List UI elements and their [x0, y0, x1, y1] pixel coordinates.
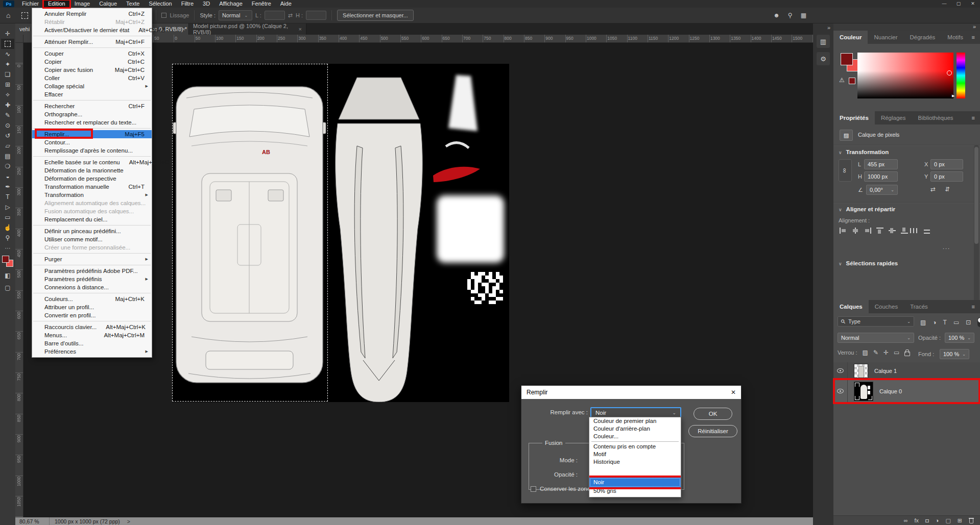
transform-section-header[interactable]: ∨Transformation [839, 149, 889, 155]
fill-field[interactable]: 100 %⌄ [940, 349, 969, 359]
layer-row-calque-1[interactable]: Calque 1 [833, 362, 980, 380]
tab-reglages[interactable]: Réglages [875, 111, 912, 124]
edit-menu-item-echelle-basee-sur-le-contenu[interactable]: Echelle basée sur le contenuAlt+Maj+Ctrl… [32, 158, 152, 166]
edit-menu-item-activer-desactiver-le-dernier-etat[interactable]: Activer/Désactiver le dernier étatAlt+Ct… [32, 26, 152, 34]
tab-bibliotheques[interactable]: Bibliothèques [912, 111, 959, 124]
x-field[interactable]: 0 px [930, 159, 963, 169]
edit-menu-item-couper[interactable]: CouperCtrl+X [32, 49, 152, 58]
close-icon[interactable]: ✕ [731, 389, 736, 396]
fill-option-50-gris[interactable]: 50% gris [589, 487, 681, 495]
lock-pixels-icon[interactable]: ✎ [873, 349, 878, 356]
layer-visibility-toggle[interactable] [833, 362, 848, 379]
tab-nuancier[interactable]: Nuancier [868, 31, 903, 44]
delete-layer-icon[interactable] [969, 517, 974, 523]
flip-horizontal-icon[interactable]: ⇄ [930, 186, 936, 193]
lock-artboard-icon[interactable]: ▭ [894, 349, 899, 356]
link-layers-icon[interactable]: ∞ [904, 517, 908, 523]
edit-menu-item-effacer[interactable]: Effacer [32, 90, 152, 98]
edit-menu-item-alignement-automatique-des-calques[interactable]: Alignement automatique des calques... [32, 199, 152, 207]
fill-option-couleur[interactable]: Couleur... [589, 433, 681, 440]
quick-mask-icon[interactable]: ◧ [5, 272, 10, 279]
fill-dialog-titlebar[interactable]: Remplir ✕ [521, 386, 741, 399]
edit-menu-item-rechercher-et-remplacer-du-texte[interactable]: Rechercher et remplacer du texte... [32, 118, 152, 127]
status-chevron-icon[interactable]: > [127, 518, 130, 524]
color-field[interactable] [857, 53, 953, 98]
edit-menu-item-remplacement-du-ciel[interactable]: Remplacement du ciel... [32, 215, 152, 223]
edit-menu-item-purger[interactable]: Purger▶ [32, 255, 152, 263]
edit-menu-item-barre-d-outils[interactable]: Barre d'outils... [32, 339, 152, 347]
edit-menu-item-retablir[interactable]: RétablirMaj+Ctrl+Z [32, 18, 152, 26]
edit-menu-item-attenuer-remplir[interactable]: Atténuer Remplir...Maj+Ctrl+F [32, 38, 152, 46]
tab-degrades[interactable]: Dégradés [903, 31, 941, 44]
rectangular-marquee-tool[interactable] [1, 39, 14, 49]
healing-brush-tool[interactable]: ✚ [1, 100, 14, 110]
collapse-panels-icon[interactable]: » [827, 24, 830, 31]
new-layer-icon[interactable]: ⊞ [958, 517, 962, 524]
histogram-panel-icon[interactable]: ▥ [817, 35, 830, 48]
filter-smart-objects-icon[interactable]: ⊡ [966, 319, 971, 326]
workspace-icon[interactable]: ▦ [801, 12, 806, 19]
edit-menu-item-utiliser-comme-motif[interactable]: Utiliser comme motif... [32, 235, 152, 243]
shape-tool[interactable]: ▭ [1, 212, 14, 222]
edit-menu-item-collage-special[interactable]: Collage spécial▶ [32, 82, 152, 90]
fill-option-motif[interactable]: Motif [589, 451, 681, 458]
quick-selection-tool[interactable]: ✦ [1, 59, 14, 69]
edit-menu-item-rechercher[interactable]: RechercherCtrl+F [32, 102, 152, 110]
menu-affichage[interactable]: Affichage [214, 0, 247, 8]
align-center-v-icon[interactable] [889, 228, 896, 234]
move-tool[interactable]: ✛ [1, 29, 14, 39]
edit-menu-item-transformation-manuelle[interactable]: Transformation manuelleCtrl+T [32, 183, 152, 191]
align-bottom-icon[interactable] [901, 228, 908, 234]
edit-menu-item-menus[interactable]: Menus...Alt+Maj+Ctrl+M [32, 331, 152, 339]
edit-menu-item-definir-un-pinceau-predefini[interactable]: Définir un pinceau prédéfini... [32, 227, 152, 235]
crop-tool[interactable]: ❏ [1, 69, 14, 80]
quick-selections-header[interactable]: ∨Sélections rapides [839, 260, 898, 266]
search-icon[interactable]: ⚲ [788, 12, 793, 19]
filter-shape-layers-icon[interactable]: ▭ [953, 319, 959, 326]
more-options-icon[interactable]: ... [943, 244, 950, 250]
width-input[interactable] [265, 11, 285, 20]
pen-tool[interactable]: ✒ [1, 182, 14, 192]
frame-tool[interactable]: ⊞ [1, 80, 14, 90]
tab-motifs[interactable]: Motifs [941, 31, 969, 44]
adjustment-layer-icon[interactable]: ◑ [936, 517, 939, 523]
lock-position-icon[interactable]: ✛ [883, 349, 889, 356]
edit-menu-item-fusion-automatique-des-calques[interactable]: Fusion automatique des calques... [32, 207, 152, 215]
zoom-level-field[interactable]: 80,67 % [19, 518, 49, 524]
menu-image[interactable]: Image [70, 0, 95, 8]
edit-menu-item-couleurs[interactable]: Couleurs...Maj+Ctrl+K [32, 295, 152, 303]
menu-fichier[interactable]: Fichier [17, 0, 43, 8]
flip-vertical-icon[interactable]: ⇵ [945, 186, 950, 193]
edit-menu-item-raccourcis-clavier[interactable]: Raccourcis clavier...Alt+Maj+Ctrl+K [32, 323, 152, 331]
edit-menu-item-orthographe[interactable]: Orthographe... [32, 110, 152, 118]
edit-menu-item-attribuer-un-profil[interactable]: Attribuer un profil... [32, 303, 152, 311]
layer-row-calque-0[interactable]: Calque 0 [833, 380, 980, 403]
filter-toggle[interactable] [977, 317, 980, 327]
menu-fenetre[interactable]: Fenêtre [247, 0, 276, 8]
align-center-h-icon[interactable] [852, 228, 859, 234]
eraser-tool[interactable]: ▱ [1, 141, 14, 151]
path-selection-tool[interactable]: ▷ [1, 202, 14, 212]
gamut-color-swatch[interactable] [849, 78, 855, 84]
menu-edition[interactable]: Edition [43, 0, 70, 8]
filter-adjustment-layers-icon[interactable]: ◑ [933, 319, 936, 326]
lissage-checkbox[interactable] [161, 13, 166, 18]
fill-option-noir[interactable]: Noir [589, 478, 681, 487]
fill-option-contenu-pris-en-compte[interactable]: Contenu pris en compte [589, 443, 681, 451]
clone-stamp-tool[interactable]: ⊙ [1, 120, 14, 131]
reset-button[interactable]: Réinitialiser [688, 425, 737, 437]
edit-menu-item-coller[interactable]: CollerCtrl+V [32, 74, 152, 82]
style-select[interactable]: Normal⌄ [219, 10, 252, 20]
photoshop-logo[interactable]: Ps [3, 1, 14, 7]
lock-transparency-icon[interactable]: ▨ [863, 349, 868, 356]
panel-menu-icon[interactable]: ≡ [972, 304, 975, 310]
blend-mode-select[interactable]: Normal⌄ [838, 333, 914, 343]
distribute-h-icon[interactable] [910, 228, 917, 234]
edit-menu-item-parametres-predefinis[interactable]: Paramètres prédéfinis▶ [32, 275, 152, 283]
close-tab-icon[interactable]: × [299, 26, 302, 32]
maximize-button[interactable]: ▢ [951, 0, 966, 8]
panel-menu-icon[interactable]: ≡ [972, 34, 975, 40]
select-and-mask-button[interactable]: Sélectionner et masquer... [337, 10, 414, 21]
edit-menu-item-contour[interactable]: Contour... [32, 138, 152, 146]
foreground-color-swatch[interactable] [841, 53, 853, 65]
